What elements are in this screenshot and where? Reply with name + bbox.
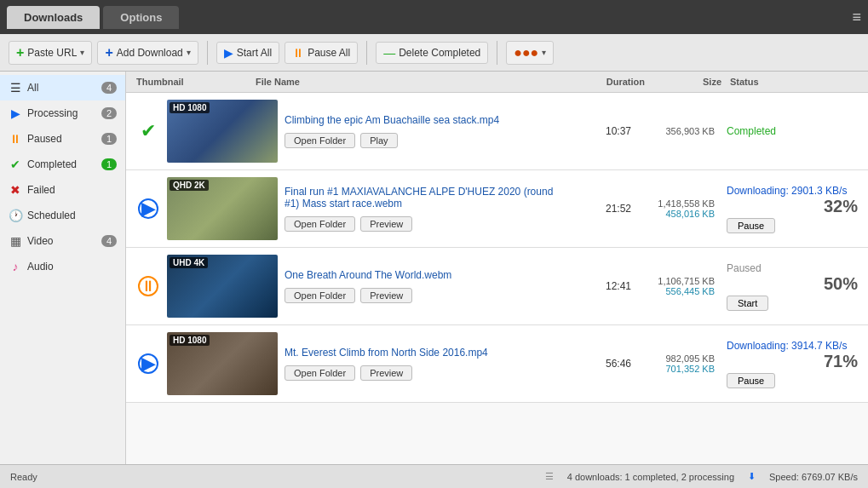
status-column: Paused 50% Start: [721, 262, 858, 311]
add-download-label: Add Download: [117, 47, 183, 59]
pause-button[interactable]: Pause: [727, 218, 775, 233]
size-secondary: 458,016 KB: [638, 209, 715, 219]
status-play-icon: ▶: [138, 353, 158, 374]
status-text: Downloading: 2901.3 KB/s: [727, 185, 847, 197]
menu-icon[interactable]: ≡: [852, 9, 861, 26]
pause-all-button[interactable]: ⏸ Pause All: [285, 42, 358, 64]
header: Downloads Options ≡: [0, 0, 868, 34]
status-text: Paused: [727, 262, 762, 274]
sidebar-item-completed[interactable]: ✔ Completed 1: [0, 152, 125, 177]
paused-icon: ⏸: [9, 132, 22, 146]
status-column: Downloading: 2901.3 KB/s 32% Pause: [721, 185, 858, 233]
paste-url-dropdown-icon: ▾: [80, 48, 84, 57]
paste-url-label: Paste URL: [27, 47, 77, 59]
statusbar-downloads-info: 4 downloads: 1 completed, 2 processing: [567, 472, 734, 482]
thumbnail: UHD 4K: [167, 255, 278, 318]
start-button[interactable]: Start: [727, 296, 768, 311]
sidebar-item-failed[interactable]: ✖ Failed: [0, 177, 125, 203]
toolbar-separator-1: [207, 41, 208, 65]
file-size: 356,903 KB: [638, 126, 715, 136]
progress-percent: 71%: [824, 352, 858, 371]
audio-icon: ♪: [9, 260, 22, 273]
open-folder-button[interactable]: Open Folder: [285, 365, 355, 381]
size-secondary: 701,352 KB: [638, 364, 715, 374]
row-actions: Open Folder Preview: [285, 288, 565, 303]
sidebar-item-processing[interactable]: ▶ Processing 2: [0, 100, 125, 126]
open-folder-button[interactable]: Open Folder: [285, 133, 355, 148]
dots-icon: ●●●: [514, 45, 538, 60]
statusbar: Ready ☰ 4 downloads: 1 completed, 2 proc…: [0, 464, 868, 488]
start-all-icon: ▶: [224, 46, 233, 60]
sidebar: ☰ All 4 ▶ Processing 2 ⏸ Paused 1 ✔ Comp…: [0, 72, 126, 464]
toolbar-separator-3: [497, 41, 497, 65]
sidebar-item-video[interactable]: ▦ Video 4: [0, 228, 125, 254]
delete-completed-button[interactable]: — Delete Completed: [376, 42, 488, 64]
add-download-button[interactable]: + Add Download ▾: [97, 41, 198, 65]
file-size: 1,106,715 KB 556,445 KB: [638, 276, 715, 296]
tab-downloads[interactable]: Downloads: [7, 6, 100, 29]
sidebar-item-audio[interactable]: ♪ Audio: [0, 254, 125, 279]
video-icon: ▦: [9, 234, 22, 248]
statusbar-download-icon: ⬇: [748, 471, 756, 482]
row-actions: Open Folder Preview: [285, 365, 565, 381]
paste-url-button[interactable]: + Paste URL ▾: [9, 41, 92, 65]
sidebar-completed-label: Completed: [27, 158, 96, 170]
statusbar-ready: Ready: [10, 472, 37, 482]
sidebar-processing-badge: 2: [101, 107, 117, 119]
start-all-button[interactable]: ▶ Start All: [216, 42, 279, 64]
sidebar-item-scheduled[interactable]: 🕐 Scheduled: [0, 203, 125, 228]
status-check-icon: ✔: [141, 120, 156, 142]
play-button[interactable]: Play: [360, 133, 397, 148]
quality-badge: UHD 4K: [170, 257, 208, 268]
extra-menu-button[interactable]: ●●● ▾: [506, 41, 554, 65]
row-status-icon: ⏸: [136, 276, 160, 296]
sidebar-all-label: All: [27, 82, 96, 94]
add-download-plus-icon: +: [105, 45, 112, 60]
status-play-icon: ▶: [138, 198, 158, 219]
delete-completed-icon: —: [383, 46, 395, 60]
sidebar-all-badge: 4: [101, 82, 117, 94]
sidebar-paused-label: Paused: [27, 133, 96, 145]
pause-button[interactable]: Pause: [727, 373, 775, 388]
list-icon: ☰: [9, 81, 22, 95]
status-text: Completed: [727, 125, 776, 137]
status-column: Completed: [721, 125, 858, 137]
row-status-icon: ▶: [136, 198, 160, 219]
thumbnail: HD 1080: [167, 332, 278, 395]
tab-options[interactable]: Options: [103, 6, 179, 29]
open-folder-button[interactable]: Open Folder: [285, 288, 355, 303]
row-actions: Open Folder Preview: [285, 216, 565, 232]
size-secondary: 556,445 KB: [638, 286, 715, 296]
sidebar-item-paused[interactable]: ⏸ Paused 1: [0, 126, 125, 152]
col-header-filename: File Name: [256, 77, 585, 87]
row-actions: Open Folder Play: [285, 133, 565, 148]
sidebar-completed-badge: 1: [101, 158, 117, 170]
open-folder-button[interactable]: Open Folder: [285, 216, 355, 232]
preview-button[interactable]: Preview: [360, 365, 412, 381]
row-info: Climbing the epic Am Buachaille sea stac…: [285, 114, 565, 148]
sidebar-item-all[interactable]: ☰ All 4: [0, 75, 125, 100]
size-primary: 1,418,558 KB: [638, 198, 715, 209]
sidebar-video-badge: 4: [101, 235, 117, 247]
paste-url-plus-icon: +: [16, 45, 24, 60]
duration: 21:52: [572, 203, 631, 215]
main-area: ☰ All 4 ▶ Processing 2 ⏸ Paused 1 ✔ Comp…: [0, 72, 868, 464]
size-primary: 1,106,715 KB: [638, 276, 715, 286]
filename: One Breath Around The World.webm: [285, 269, 565, 281]
downloads-list: ✔ HD 1080 Climbing the epic Am Buachaill…: [126, 93, 868, 403]
preview-button[interactable]: Preview: [360, 288, 412, 303]
quality-badge: HD 1080: [170, 335, 210, 346]
table-row: ✔ HD 1080 Climbing the epic Am Buachaill…: [126, 93, 868, 170]
col-header-status: Status: [721, 77, 858, 87]
toolbar: + Paste URL ▾ + Add Download ▾ ▶ Start A…: [0, 34, 868, 72]
quality-badge: HD 1080: [170, 102, 210, 113]
toolbar-separator-2: [366, 41, 367, 65]
content-area: Thumbnail File Name Duration Size Status…: [126, 72, 868, 464]
add-download-dropdown-icon: ▾: [187, 48, 191, 57]
extra-menu-dropdown-icon: ▾: [542, 48, 546, 57]
size-primary: 356,903 KB: [638, 126, 715, 136]
pause-all-icon: ⏸: [292, 46, 304, 60]
thumbnail: HD 1080: [167, 100, 278, 163]
preview-button[interactable]: Preview: [360, 216, 412, 232]
file-size: 982,095 KB 701,352 KB: [638, 353, 715, 374]
